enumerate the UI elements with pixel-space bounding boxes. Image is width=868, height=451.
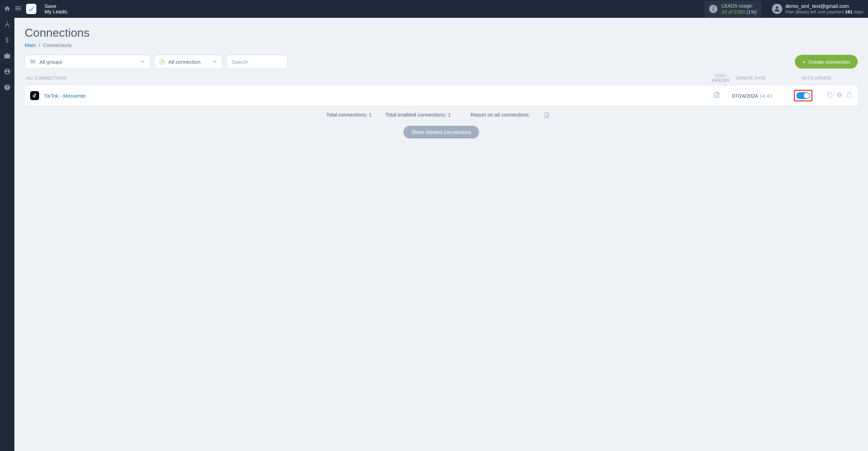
auto-update-toggle[interactable] (796, 92, 810, 99)
trash-icon[interactable] (846, 92, 852, 99)
search-input[interactable] (226, 55, 288, 69)
groups-select[interactable]: All groups (25, 55, 150, 69)
tiktok-icon (30, 91, 39, 100)
gear-icon[interactable] (836, 92, 843, 99)
show-deleted-button[interactable]: Show deleted connections (403, 126, 479, 138)
summary: Total connections: 1 Total enabled conne… (25, 112, 858, 118)
page-title: Connections (25, 26, 858, 39)
usage-widget: i LEADS usage: 43 of 5'000 (1%) (704, 1, 761, 17)
nav-help-icon[interactable] (3, 84, 11, 91)
logo-icon (26, 4, 36, 14)
logo-text: SaveMy Leads. (45, 3, 68, 15)
nav-home-icon[interactable] (3, 5, 11, 12)
connection-name-link[interactable]: TikTok - Messente (44, 93, 701, 99)
sidebar (0, 0, 14, 451)
topbar: SaveMy Leads. i LEADS usage: 43 of 5'000… (14, 0, 868, 18)
nav-billing-icon[interactable] (3, 36, 11, 44)
nav-connections-icon[interactable] (3, 21, 11, 28)
plus-icon: + (802, 59, 806, 65)
status-select[interactable]: All connection (154, 55, 222, 69)
info-icon: i (709, 5, 717, 13)
table-header: ALL CONNECTIONS LOG / ERRORS UPDATE DATE… (25, 73, 858, 86)
highlight-box (794, 90, 812, 101)
folder-icon (30, 58, 36, 65)
menu-toggle-icon[interactable] (14, 4, 23, 13)
nav-briefcase-icon[interactable] (3, 52, 11, 60)
account-menu[interactable]: demo_sml_test@gmail.com Plan |Basic| lef… (772, 3, 864, 15)
report-icon[interactable] (544, 112, 550, 118)
nav-account-icon[interactable] (3, 68, 11, 75)
log-icon[interactable] (701, 92, 732, 100)
update-date: 07/24/2024 14:43 (732, 93, 794, 99)
copy-icon[interactable] (827, 92, 833, 99)
account-text: demo_sml_test@gmail.com Plan |Basic| lef… (786, 3, 864, 15)
avatar-icon (772, 4, 782, 14)
play-icon (160, 59, 165, 64)
breadcrumb: Main / Connections (25, 42, 858, 48)
connection-row: TikTok - Messente 07/24/2024 14:43 (25, 86, 858, 106)
create-connection-button[interactable]: + Create connection (795, 55, 858, 69)
chevron-down-icon (140, 58, 146, 65)
breadcrumb-current: Connections (43, 42, 71, 48)
chevron-down-icon (212, 58, 218, 65)
content: Connections Main / Connections All group… (14, 18, 868, 451)
breadcrumb-main[interactable]: Main (25, 42, 36, 48)
usage-text: LEADS usage: 43 of 5'000 (1%) (722, 3, 756, 15)
